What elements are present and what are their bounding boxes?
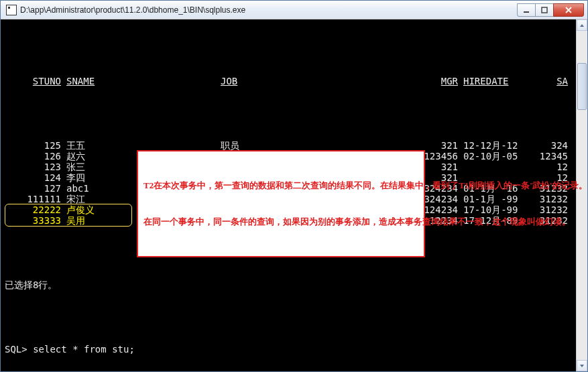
rows-selected-1: 已选择8行。	[5, 280, 583, 290]
title-bar[interactable]: D:\app\Administrator\product\11.2.0\dbho…	[1, 1, 587, 19]
annotation-callout: T2在本次事务中，第一查询的数据和第二次查询的结果不同。在结果集中，看到了T1刚…	[137, 150, 425, 257]
window: D:\app\Administrator\product\11.2.0\dbho…	[0, 0, 588, 372]
scroll-up-button[interactable]	[577, 19, 587, 31]
table1-header: STUNOSNAMEJOBMGRHIREDATESA	[5, 76, 583, 86]
window-title: D:\app\Administrator\product\11.2.0\dbho…	[20, 5, 518, 15]
scroll-down-button[interactable]	[577, 360, 587, 371]
window-controls	[518, 3, 584, 17]
scroll-thumb[interactable]	[577, 63, 587, 110]
scrollbar[interactable]	[576, 19, 587, 371]
close-button[interactable]	[553, 3, 584, 17]
sql-command: SQL> select * from stu;	[5, 344, 583, 355]
table-row: 125王五职员32112-12月-12324	[5, 140, 583, 151]
minimize-button[interactable]	[517, 3, 536, 17]
maximize-button[interactable]	[535, 3, 554, 17]
svg-rect-1	[542, 7, 547, 13]
app-icon	[6, 5, 17, 15]
terminal[interactable]: STUNOSNAMEJOBMGRHIREDATESA 125王五职员32112-…	[1, 19, 587, 371]
svg-rect-0	[524, 11, 529, 13]
